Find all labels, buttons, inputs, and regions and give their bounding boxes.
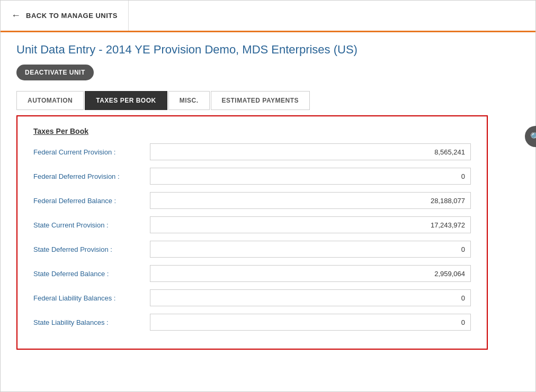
page-title: Unit Data Entry - 2014 YE Provision Demo…: [16, 43, 520, 57]
field-label-3: State Current Provision :: [33, 221, 150, 229]
field-label-1: Federal Deferred Provision :: [33, 172, 150, 180]
field-row: State Liability Balances :: [33, 314, 471, 331]
field-label-6: Federal Liability Balances :: [33, 294, 150, 302]
tabs-bar: AUTOMATION TAXES PER BOOK MISC. ESTIMATE…: [16, 91, 520, 110]
back-button[interactable]: ← BACK TO MANAGE UNITS: [1, 1, 129, 31]
field-row: State Current Provision :: [33, 216, 471, 233]
field-row: Federal Deferred Balance :: [33, 192, 471, 209]
search-button[interactable]: 🔍: [525, 126, 536, 147]
field-input-4[interactable]: [150, 241, 471, 258]
field-label-5: State Deferred Balance :: [33, 270, 150, 278]
search-icon: 🔍: [530, 132, 536, 142]
tab-misc[interactable]: MISC.: [168, 91, 210, 110]
field-row: Federal Deferred Provision :: [33, 168, 471, 185]
field-input-7[interactable]: [150, 314, 471, 331]
tab-taxes-per-book[interactable]: TAXES PER BOOK: [85, 91, 167, 110]
tab-automation[interactable]: AUTOMATION: [16, 91, 84, 110]
field-input-0[interactable]: [150, 143, 471, 160]
back-label: BACK TO MANAGE UNITS: [26, 12, 118, 20]
field-label-7: State Liability Balances :: [33, 318, 150, 326]
field-row: State Deferred Balance :: [33, 265, 471, 282]
tab-content-wrapper: Taxes Per Book Federal Current Provision…: [16, 115, 520, 350]
field-label-0: Federal Current Provision :: [33, 148, 150, 156]
field-input-2[interactable]: [150, 192, 471, 209]
tab-estimated-payments[interactable]: ESTIMATED PAYMENTS: [211, 91, 310, 110]
field-label-2: Federal Deferred Balance :: [33, 197, 150, 205]
field-input-6[interactable]: [150, 289, 471, 306]
section-title: Taxes Per Book: [33, 127, 471, 135]
field-row: Federal Liability Balances :: [33, 289, 471, 306]
deactivate-unit-button[interactable]: DEACTIVATE UNIT: [16, 65, 94, 80]
field-label-4: State Deferred Provision :: [33, 245, 150, 253]
top-bar: ← BACK TO MANAGE UNITS: [1, 1, 535, 32]
field-input-5[interactable]: [150, 265, 471, 282]
field-row: Federal Current Provision :: [33, 143, 471, 160]
fields-container: Federal Current Provision :Federal Defer…: [33, 143, 471, 331]
field-input-3[interactable]: [150, 216, 471, 233]
field-row: State Deferred Provision :: [33, 241, 471, 258]
field-input-1[interactable]: [150, 168, 471, 185]
main-window: ← BACK TO MANAGE UNITS Unit Data Entry -…: [0, 0, 536, 392]
taxes-per-book-panel: Taxes Per Book Federal Current Provision…: [16, 115, 488, 350]
back-arrow-icon: ←: [11, 10, 21, 21]
page-content: Unit Data Entry - 2014 YE Provision Demo…: [1, 32, 535, 391]
